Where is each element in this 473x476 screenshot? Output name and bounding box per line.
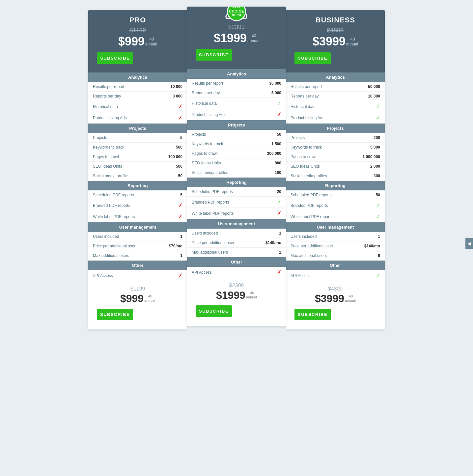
feature-label: Price per additional user [291,244,364,248]
price-row-pro: $999.40 annual [92,35,184,48]
feature-row: Users included1 [187,229,286,238]
feature-label: Max additional users [93,253,180,258]
feature-row: Social media profiles300 [286,171,385,181]
plan-name-business: BUSINESS [289,16,381,24]
plan-footer-business: $4800$3999.40 annualSUBSCRIBE [286,281,385,329]
feature-value: ✗ [277,269,281,275]
feature-row: Reports per day5 000 [187,88,286,98]
subscribe-btn-bottom-pro[interactable]: SUBSCRIBE [97,309,133,320]
feature-row: Price per additional user$140/mo [187,238,286,248]
feature-label: Pages to crawl [291,154,363,159]
feature-value: 1 [378,234,380,239]
footer-old-price-business: $4800 [289,286,381,292]
section-header-business-other: Other [286,261,385,270]
feature-row: Keywords to track5 000 [286,143,385,152]
section-header-guru-analytics: Analytics [187,69,286,79]
footer-price-row-pro: $999.40 annual [92,293,184,305]
feature-label: Product Listing Ads [192,112,277,117]
plan-card-business: BUSINESS$4800$3999.40 annualSUBSCRIBEAna… [286,10,385,329]
feature-value: ✗ [178,272,182,279]
feature-row: API Access✗ [187,267,286,278]
feature-value: $140/mo [364,244,380,248]
current-price-business: $3999 [313,35,346,48]
old-price-pro: $1199 [92,27,184,34]
feature-value: 5 [180,135,182,140]
feature-label: Results per report [192,81,269,86]
feature-value: 1 [279,231,281,236]
footer-price-row-business: $3999.40 annual [289,293,381,305]
feature-value: ✓ [277,100,281,106]
feature-row: Historical data✓ [187,98,286,109]
footer-old-price-guru: $2399 [190,283,283,289]
feature-label: Price per additional user [192,240,265,245]
feature-value: ✓ [376,202,380,209]
feature-row: Users included1 [286,232,385,241]
feature-label: Users included [192,231,279,236]
feature-value: 200 [374,135,380,140]
feature-value: 50 [178,174,182,178]
feature-label: Scheduled PDF reports [192,189,277,194]
plan-header-business: BUSINESS$4800$3999.40 annualSUBSCRIBE [286,10,385,72]
sidebar-arrow[interactable]: ◀ [465,238,473,249]
feature-value: 20 [277,189,281,194]
feature-value: ✗ [178,213,182,220]
feature-row: Results per report10 000 [88,82,187,92]
feature-value: ✓ [277,199,281,205]
feature-label: API Access [192,270,277,275]
feature-value: 9 [378,253,380,258]
feature-label: Max additional users [192,250,279,255]
feature-label: White label PDF reports [291,214,376,219]
feature-row: Scheduled PDF reports20 [187,187,286,197]
subscribe-btn-top-guru[interactable]: SUBSCRIBE [196,49,232,61]
feature-label: Users included [93,234,180,239]
feature-row: API Access✗ [88,270,187,281]
feature-value: ✓ [376,213,380,220]
feature-value: ✗ [277,210,281,216]
subscribe-btn-top-business[interactable]: SUBSCRIBE [294,52,331,64]
feature-value: 1 500 [271,142,281,146]
feature-row: Price per additional user$70/mo [88,241,187,251]
feature-row: Pages to crawl300 000 [187,149,286,158]
subscribe-btn-bottom-business[interactable]: SUBSCRIBE [294,309,331,320]
feature-label: SEO Ideas Units [93,164,176,169]
feature-row: Results per report50 000 [286,82,385,92]
feature-label: Price per additional user [93,244,169,248]
feature-label: SEO Ideas Units [291,164,370,169]
feature-value: 500 [176,164,182,169]
section-header-business-projects: Projects [286,124,385,133]
section-header-pro-user-management: User management [88,222,187,232]
feature-row: SEO Ideas Units500 [88,162,187,171]
feature-row: White label PDF reports✓ [286,211,385,222]
subscribe-btn-bottom-guru[interactable]: SUBSCRIBE [196,305,232,317]
feature-value: ✗ [178,115,182,121]
feature-label: Social media profiles [291,174,374,178]
feature-label: Historical data [291,104,376,109]
feature-row: Social media profiles50 [88,171,187,181]
feature-value: 500 [176,145,182,150]
feature-row: Branded PDF reports✗ [88,200,187,211]
feature-row: Results per report30 000 [187,79,286,88]
feature-row: Max additional users1 [88,251,187,261]
feature-row: Social media profiles100 [187,168,286,178]
feature-value: 10 000 [170,84,182,89]
feature-row: Branded PDF reports✓ [187,197,286,208]
section-header-pro-projects: Projects [88,124,187,133]
feature-row: Historical data✗ [88,101,187,112]
plan-header-pro: PRO$1199$999.40 annualSUBSCRIBE [88,10,187,72]
feature-row: Pages to crawl100 000 [88,152,187,162]
feature-label: Keywords to track [93,145,176,150]
section-header-business-reporting: Reporting [286,181,385,190]
footer-price-suffix-guru: .40 annual [246,291,257,299]
feature-value: 100 [275,170,281,175]
feature-row: Projects5 [88,133,187,143]
feature-label: Branded PDF reports [291,203,376,208]
section-header-business-analytics: Analytics [286,72,385,82]
feature-label: White label PDF reports [192,211,277,216]
feature-label: API Access [291,273,376,278]
current-price-pro: $999 [118,35,145,48]
feature-value: ✓ [376,115,380,121]
footer-old-price-pro: $1199 [92,286,184,292]
feature-value: 2 000 [370,164,380,169]
feature-row: Branded PDF reports✓ [286,200,385,211]
subscribe-btn-top-pro[interactable]: SUBSCRIBE [97,52,133,64]
